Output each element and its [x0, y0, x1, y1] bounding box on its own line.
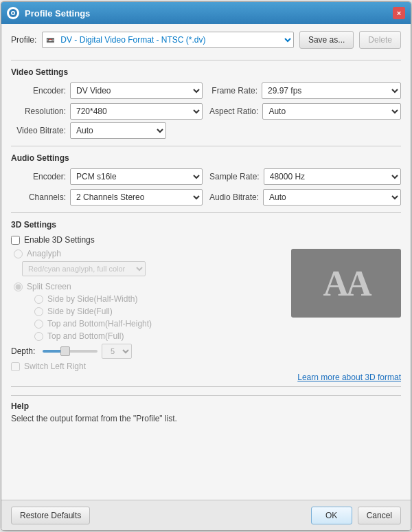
switch-left-right-row: Switch Left Right [11, 362, 86, 371]
profile-select-wrap: 📼 DV - Digital Video Format - NTSC (*.dv… [42, 32, 294, 48]
split-screen-options: Side by Side(Half-Width) Side by Side(Fu… [11, 294, 284, 341]
video-bitrate-label: Video Bitrate: [11, 126, 66, 135]
channels-row: Channels: 2 Channels Stereo [11, 189, 203, 206]
anaglyph-label[interactable]: Anaglyph [27, 249, 61, 258]
footer-right-buttons: OK Cancel [311, 507, 401, 524]
close-button[interactable]: × [393, 7, 405, 19]
switch-left-right-checkbox[interactable] [11, 362, 20, 371]
depth-value-select[interactable]: 5 [102, 344, 132, 359]
encoder-row: Encoder: DV Video [11, 82, 203, 99]
side-by-side-half-label[interactable]: Side by Side(Half-Width) [47, 294, 137, 304]
help-section: Help Select the output format from the "… [11, 395, 401, 423]
switch-row: Switch Left Right [11, 362, 284, 371]
titlebar: Profile Settings × [1, 2, 411, 24]
3d-content: Anaglyph Red/cyan anaglyph, full color S… [11, 249, 401, 371]
encoder-label: Encoder: [11, 86, 66, 96]
side-by-side-full-radio[interactable] [34, 307, 43, 316]
window-title: Profile Settings [25, 8, 393, 19]
aspect-ratio-dropdown[interactable]: Auto [262, 103, 401, 120]
split-screen-row: Split Screen [11, 282, 284, 291]
app-icon [7, 7, 19, 19]
video-settings-grid: Encoder: DV Video Frame Rate: 29.97 fps … [11, 82, 401, 120]
anaglyph-radio[interactable] [14, 250, 23, 258]
footer: Restore Defaults OK Cancel [1, 500, 411, 530]
anaglyph-row: Anaglyph [11, 249, 284, 258]
audio-settings-grid: Encoder: PCM s16le Sample Rate: 48000 Hz… [11, 168, 401, 206]
anaglyph-dropdown-row: Red/cyan anaglyph, full color [11, 261, 284, 279]
audio-settings-section: Audio Settings Encoder: PCM s16le Sample… [11, 151, 401, 208]
audio-encoder-row: Encoder: PCM s16le [11, 168, 203, 185]
sample-rate-label: Sample Rate: [209, 172, 260, 181]
channels-dropdown[interactable]: 2 Channels Stereo [70, 189, 203, 206]
svg-point-2 [12, 12, 14, 14]
audio-bitrate-row: Audio Bitrate: Auto [209, 189, 401, 206]
resolution-dropdown[interactable]: 720*480 [70, 103, 203, 120]
audio-encoder-label: Encoder: [11, 172, 66, 181]
split-screen-label[interactable]: Split Screen [27, 282, 71, 291]
channels-label: Channels: [11, 192, 66, 202]
side-by-side-half-radio[interactable] [34, 295, 43, 304]
enable-3d-checkbox[interactable] [11, 236, 20, 245]
profile-icon: 📼 [46, 36, 54, 44]
divider-1 [11, 60, 401, 60]
side-by-side-full-row: Side by Side(Full) [32, 307, 284, 316]
divider-3 [11, 212, 401, 213]
3d-preview: AA [291, 249, 401, 318]
enable-3d-label[interactable]: Enable 3D Settings [24, 235, 95, 245]
aspect-ratio-label: Aspect Ratio: [209, 107, 258, 116]
profile-label: Profile: [11, 35, 36, 45]
anaglyph-type-dropdown[interactable]: Red/cyan anaglyph, full color [22, 261, 146, 276]
top-bottom-full-label[interactable]: Top and Bottom(Full) [47, 331, 124, 341]
frame-rate-row: Frame Rate: 29.97 fps [209, 82, 401, 99]
profile-settings-window: Profile Settings × Profile: 📼 DV - Digit… [1, 1, 411, 531]
help-title: Help [11, 401, 401, 411]
audio-bitrate-dropdown[interactable]: Auto [263, 189, 401, 206]
depth-label: Depth: [11, 346, 38, 356]
depth-row: Depth: 5 [11, 344, 284, 359]
video-settings-title: Video Settings [11, 67, 401, 77]
resolution-row: Resolution: 720*480 [11, 103, 203, 120]
split-screen-radio[interactable] [14, 282, 23, 291]
top-bottom-full-radio[interactable] [34, 332, 43, 341]
top-bottom-half-radio[interactable] [34, 320, 43, 329]
profile-row: Profile: 📼 DV - Digital Video Format - N… [11, 31, 401, 49]
save-as-button[interactable]: Save as... [299, 31, 354, 49]
side-by-side-full-label[interactable]: Side by Side(Full) [47, 307, 113, 316]
learn-more-link[interactable]: Learn more about 3D format [297, 373, 401, 382]
top-bottom-half-label[interactable]: Top and Bottom(Half-Height) [47, 319, 152, 329]
enable-3d-row: Enable 3D Settings [11, 235, 401, 245]
aspect-ratio-row: Aspect Ratio: Auto [209, 103, 401, 120]
divider-2 [11, 146, 401, 146]
cancel-button[interactable]: Cancel [358, 507, 401, 524]
video-bitrate-dropdown[interactable]: Auto [70, 122, 166, 139]
depth-slider[interactable] [43, 350, 98, 353]
side-by-side-half-row: Side by Side(Half-Width) [32, 294, 284, 304]
audio-bitrate-label: Audio Bitrate: [209, 192, 259, 202]
resolution-label: Resolution: [11, 107, 66, 116]
divider-4 [11, 386, 401, 387]
profile-dropdown[interactable]: DV - Digital Video Format - NTSC (*.dv) [42, 32, 294, 48]
video-settings-section: Video Settings Encoder: DV Video Frame R… [11, 65, 401, 142]
preview-aa-text: AA [323, 263, 369, 304]
frame-rate-dropdown[interactable]: 29.97 fps [262, 82, 401, 99]
3d-options: Anaglyph Red/cyan anaglyph, full color S… [11, 249, 284, 371]
frame-rate-label: Frame Rate: [209, 86, 258, 96]
delete-button[interactable]: Delete [359, 31, 401, 49]
restore-defaults-button[interactable]: Restore Defaults [11, 507, 90, 524]
help-text: Select the output format from the "Profi… [11, 414, 401, 423]
sample-rate-row: Sample Rate: 48000 Hz [209, 168, 401, 185]
3d-settings-title: 3D Settings [11, 220, 401, 230]
ok-button[interactable]: OK [311, 507, 352, 524]
audio-settings-title: Audio Settings [11, 153, 401, 163]
switch-left-right-label[interactable]: Switch Left Right [24, 362, 86, 371]
video-bitrate-row: Video Bitrate: Auto [11, 122, 401, 139]
encoder-dropdown[interactable]: DV Video [70, 82, 203, 99]
sample-rate-dropdown[interactable]: 48000 Hz [264, 168, 401, 185]
3d-settings-section: 3D Settings Enable 3D Settings Anaglyph … [11, 217, 401, 382]
top-bottom-full-row: Top and Bottom(Full) [32, 331, 284, 341]
main-content: Profile: 📼 DV - Digital Video Format - N… [1, 24, 411, 500]
top-bottom-half-row: Top and Bottom(Half-Height) [32, 319, 284, 329]
learn-more-row: Learn more about 3D format [11, 373, 401, 382]
audio-encoder-dropdown[interactable]: PCM s16le [70, 168, 203, 185]
